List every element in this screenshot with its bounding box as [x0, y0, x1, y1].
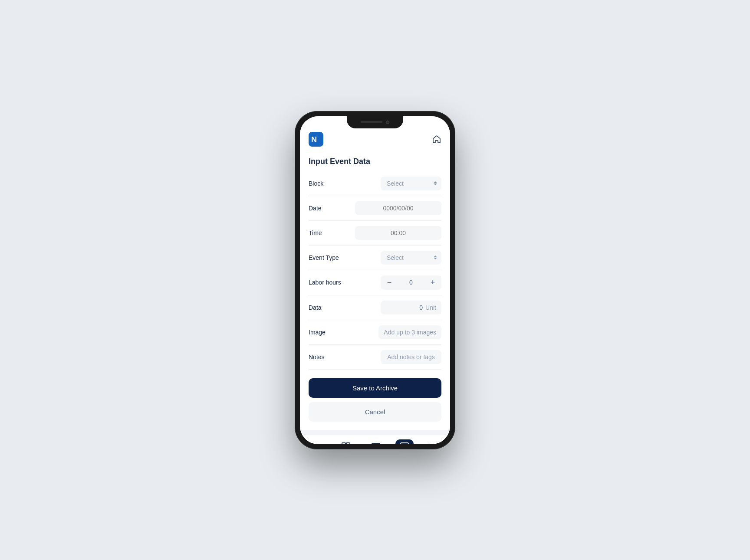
time-input[interactable] [355, 226, 441, 240]
labor-hours-value: 0 [409, 279, 413, 286]
event-type-row: Event Type Select [309, 246, 441, 270]
form-container: Block Select Date [300, 171, 450, 370]
date-label: Date [309, 205, 322, 212]
time-label: Time [309, 229, 322, 236]
arrow-up-icon [434, 181, 437, 183]
block-row: Block Select [309, 171, 441, 196]
labor-hours-increment[interactable]: + [428, 278, 437, 287]
image-row: Image Add up to 3 images [309, 320, 441, 345]
image-upload[interactable]: Add up to 3 images [378, 325, 441, 339]
labor-hours-label: Labor hours [309, 279, 341, 286]
phone-notch [347, 116, 403, 128]
arrow-down-icon-2 [434, 258, 437, 259]
nav-archive[interactable]: Archive [365, 439, 386, 444]
nav-blocks[interactable]: Blocks [336, 439, 356, 444]
app-screen: N Input Event Data Block Select [300, 116, 450, 444]
image-label: Image [309, 329, 326, 336]
block-select-value: Select [387, 180, 404, 187]
block-label: Block [309, 180, 323, 187]
labor-hours-row: Labor hours − 0 + [309, 270, 441, 295]
notes-input[interactable]: Add notes or tags [381, 350, 441, 364]
feed-icon [312, 441, 324, 444]
labor-hours-stepper: − 0 + [381, 275, 441, 290]
notes-label: Notes [309, 354, 325, 360]
arrow-down-icon [434, 183, 437, 185]
data-label: Data [309, 304, 322, 311]
svg-text:N: N [311, 135, 317, 144]
notes-row: Notes Add notes or tags [309, 345, 441, 370]
nav-input[interactable]: Input [395, 439, 414, 444]
date-row: Date [309, 196, 441, 221]
buttons-section: Save to Archive Cancel [300, 370, 450, 430]
cancel-button[interactable]: Cancel [309, 402, 441, 422]
event-type-arrows [434, 255, 437, 259]
archive-icon [370, 441, 382, 444]
phone-frame: N Input Event Data Block Select [295, 111, 455, 449]
camera [386, 121, 389, 124]
data-value: 0 [419, 304, 423, 311]
block-select[interactable]: Select [381, 177, 441, 190]
block-select-arrows [434, 181, 437, 185]
nav-hub[interactable]: Hub [423, 439, 441, 444]
date-input[interactable] [355, 201, 441, 215]
svg-rect-7 [346, 443, 350, 444]
labor-hours-decrement[interactable]: − [385, 278, 394, 287]
save-button[interactable]: Save to Archive [309, 378, 441, 398]
svg-rect-6 [342, 443, 345, 444]
speaker [361, 121, 382, 123]
data-unit: Unit [425, 304, 436, 311]
bottom-nav: Feed Blocks [300, 435, 450, 444]
svg-rect-13 [401, 443, 408, 444]
data-input-control[interactable]: 0 Unit [381, 301, 441, 314]
phone-screen: N Input Event Data Block Select [300, 116, 450, 444]
data-row: Data 0 Unit [309, 295, 441, 320]
event-type-select[interactable]: Select [381, 251, 441, 265]
nav-feed[interactable]: Feed [309, 439, 327, 444]
input-icon [399, 441, 410, 444]
page-title: Input Event Data [300, 150, 450, 171]
app-logo: N [309, 132, 323, 147]
svg-point-12 [375, 443, 376, 444]
time-row: Time [309, 221, 441, 246]
event-type-label: Event Type [309, 254, 339, 261]
event-type-select-value: Select [387, 254, 404, 261]
arrow-up-icon-2 [434, 255, 437, 257]
home-icon[interactable] [432, 134, 441, 144]
hub-icon [426, 441, 438, 444]
main-content: Input Event Data Block Select [300, 150, 450, 435]
blocks-icon [340, 441, 352, 444]
